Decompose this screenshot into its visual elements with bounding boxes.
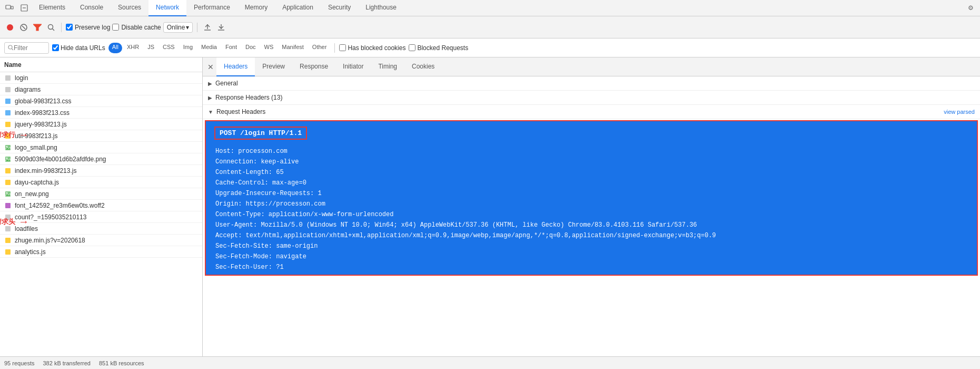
list-item[interactable]: zhuge.min.js?v=2020618 (0, 235, 202, 246)
file-icon (4, 121, 12, 128)
request-line: POST /login HTTP/1.1 (214, 127, 307, 140)
file-icon (4, 179, 12, 186)
detail-tab-cookies[interactable]: Cookies (404, 57, 442, 76)
file-icon (4, 213, 12, 221)
header-row: Connection: keep-alive (206, 157, 977, 167)
file-name: util-9983f213.js (15, 132, 198, 140)
list-item[interactable]: dayu-captcha.js (0, 177, 202, 188)
general-section-title: General (215, 80, 238, 87)
file-icon (4, 225, 12, 232)
list-item[interactable]: jquery-9983f213.js (0, 119, 202, 130)
has-blocked-cookies-checkbox[interactable] (339, 44, 346, 51)
response-headers-section[interactable]: ▶ Response Headers (13) (203, 91, 980, 105)
hide-data-urls-checkbox[interactable] (52, 44, 59, 51)
filter-btn-css[interactable]: CSS (159, 43, 179, 53)
svg-rect-16 (5, 75, 11, 81)
hide-data-urls-label[interactable]: Hide data URLs (52, 44, 105, 52)
response-headers-triangle-icon: ▶ (208, 95, 212, 101)
has-blocked-cookies-label[interactable]: Has blocked cookies (339, 44, 405, 52)
file-name: diagrams (15, 86, 198, 93)
list-item[interactable]: login (0, 72, 202, 84)
file-icon (4, 237, 12, 244)
tab-lighthouse[interactable]: Lighthouse (358, 0, 404, 16)
filter-btn-media[interactable]: Media (197, 43, 221, 53)
svg-rect-18 (5, 99, 11, 104)
request-list[interactable]: logindiagramsglobal-9983f213.cssindex-99… (0, 72, 202, 356)
list-item[interactable]: index-9983f213.css (0, 107, 202, 119)
file-icon (4, 86, 12, 93)
list-item[interactable]: analytics.js (0, 246, 202, 258)
tab-elements[interactable]: Elements (32, 0, 73, 16)
header-row: Content-Type: application/x-www-form-url… (206, 209, 977, 220)
svg-point-4 (7, 24, 13, 31)
inspect-icon[interactable] (17, 0, 32, 16)
header-row: Content-Length: 65 (206, 167, 977, 178)
list-item[interactable]: on_new.png (0, 188, 202, 200)
divider-2 (197, 23, 197, 32)
tab-network[interactable]: Network (149, 0, 186, 16)
settings-icon[interactable]: ⚙ (963, 0, 978, 16)
svg-rect-27 (5, 180, 11, 185)
filter-btn-font[interactable]: Font (222, 43, 241, 53)
filter-btn-manifest[interactable]: Manifest (278, 43, 308, 53)
export-button[interactable] (215, 22, 227, 33)
list-item[interactable]: font_142592_re3m6ew0ts.woff2 (0, 200, 202, 211)
device-toggle-icon[interactable] (2, 0, 17, 16)
filter-btn-xhr[interactable]: XHR (123, 43, 143, 53)
file-icon (4, 167, 12, 174)
list-item[interactable]: util-9983f213.js (0, 130, 202, 142)
filter-input-wrap (4, 42, 49, 54)
tab-sources[interactable]: Sources (111, 0, 149, 16)
svg-point-25 (6, 157, 8, 159)
tab-memory[interactable]: Memory (237, 0, 275, 16)
preserve-log-label[interactable]: Preserve log (66, 24, 110, 31)
detail-tab-initiator[interactable]: Initiator (335, 57, 371, 76)
filter-btn-js[interactable]: JS (144, 43, 158, 53)
tab-security[interactable]: Security (321, 0, 358, 16)
record-button[interactable] (4, 22, 16, 33)
filter-btn-ws[interactable]: WS (261, 43, 278, 53)
detail-tab-response[interactable]: Response (292, 57, 335, 76)
tab-application[interactable]: Application (275, 0, 321, 16)
preserve-log-text: Preserve log (75, 24, 110, 31)
detail-tab-headers[interactable]: Headers (216, 57, 255, 76)
preserve-log-checkbox[interactable] (66, 24, 73, 31)
list-item[interactable]: index.min-9983f213.js (0, 165, 202, 177)
filter-icon[interactable] (32, 22, 43, 33)
filter-btn-doc[interactable]: Doc (242, 43, 260, 53)
view-parsed-link[interactable]: view parsed (944, 109, 975, 115)
file-name: count?_=1595035210113 (15, 213, 198, 221)
request-headers-section[interactable]: ▼ Request Headers view parsed (203, 105, 980, 119)
disable-cache-label[interactable]: Disable cache (112, 24, 161, 31)
filter-btn-img[interactable]: Img (180, 43, 196, 53)
import-button[interactable] (202, 22, 213, 33)
list-item[interactable]: diagrams (0, 84, 202, 95)
filter-bar: Hide data URLs AllXHRJSCSSImgMediaFontDo… (0, 38, 980, 57)
list-item[interactable]: logo_small.png (0, 142, 202, 153)
close-tab-button[interactable]: ✕ (205, 61, 216, 73)
file-icon (4, 202, 12, 209)
list-item[interactable]: 5909d03fe4b001d6b2afdfde.png (0, 153, 202, 165)
list-item[interactable]: loadfiles (0, 223, 202, 235)
filter-btn-all[interactable]: All (108, 43, 122, 53)
filter-btn-other[interactable]: Other (309, 43, 331, 53)
tab-console[interactable]: Console (73, 0, 111, 16)
svg-marker-7 (33, 24, 42, 31)
detail-tab-preview[interactable]: Preview (255, 57, 292, 76)
detail-tab-timing[interactable]: Timing (371, 57, 404, 76)
filter-input[interactable] (14, 44, 45, 52)
network-throttle-select[interactable]: Online ▾ (163, 22, 193, 33)
list-item[interactable]: global-9983f213.css (0, 95, 202, 107)
list-item[interactable]: count?_=1595035210113 (0, 211, 202, 223)
general-section[interactable]: ▶ General (203, 76, 980, 91)
tab-performance[interactable]: Performance (186, 0, 237, 16)
filter-type-buttons: AllXHRJSCSSImgMediaFontDocWSManifestOthe… (108, 43, 331, 53)
blocked-requests-label[interactable]: Blocked Requests (409, 44, 468, 52)
search-icon[interactable] (45, 22, 57, 33)
disable-cache-checkbox[interactable] (112, 24, 119, 31)
svg-rect-34 (5, 249, 11, 255)
blocked-requests-checkbox[interactable] (409, 44, 415, 51)
svg-point-14 (8, 45, 12, 49)
divider-1 (61, 23, 62, 32)
clear-button[interactable] (18, 22, 29, 33)
